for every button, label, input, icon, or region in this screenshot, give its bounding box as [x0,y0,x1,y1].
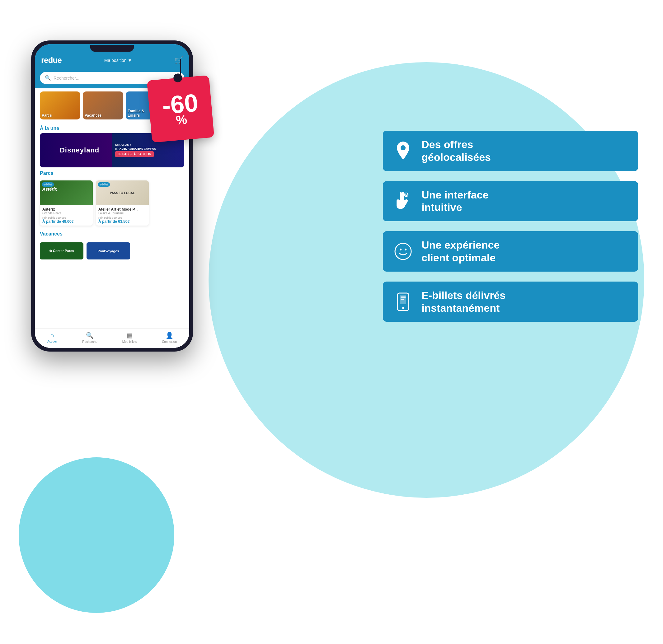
user-icon: 👤 [165,332,173,339]
svg-point-2 [395,243,411,259]
ebillet-badge-asterix: e-billet [42,182,54,187]
hero-logo: Disneyland [60,146,99,154]
feature-ebillets: E-billets délivrés instantanément [383,281,638,322]
feature-ebillets-text: E-billets délivrés instantanément [421,289,506,315]
category-parcs-label: Parcs [42,113,52,118]
svg-point-4 [405,249,406,250]
parc-name-passtolocal: Atelier Art et Mode P... [98,207,146,211]
search-placeholder: Rechercher... [53,76,80,80]
nav-recherche-label: Recherche [82,340,97,343]
feature-geolocalisees: Des offres géolocalisées [383,131,638,171]
feature-experience-text: Une expérience client optimale [421,238,500,264]
phone-notch [90,45,134,52]
nav-accueil[interactable]: ⌂ Accueil [47,332,57,343]
home-icon: ⌂ [50,332,54,339]
category-vacances-label: Vacances [85,113,102,118]
nav-recherche[interactable]: 🔍 Recherche [82,332,97,343]
parc-price-current-asterix: À partir de 49,00€ [42,219,90,224]
tag-hole [173,73,182,83]
feature-geolocalisees-text: Des offres géolocalisées [421,138,491,164]
section-parcs-title: Parcs [35,167,189,178]
smile-icon [392,240,414,262]
parc-category-asterix: Grands Parcs [42,211,90,215]
parc-price-current-passtolocal: À partir de 63,50€ [98,219,146,224]
hero-left: Disneyland [40,133,119,167]
bottom-nav: ⌂ Accueil 🔍 Recherche ▦ Mes billets 👤 Co… [35,328,189,348]
parc-card-asterix[interactable]: e-billet Astérix Astérix Grands Parcs Pr… [40,180,93,226]
centerparcs-text: ⊕ Center Parcs [49,249,74,253]
phone-ticket-icon [392,291,414,313]
centerparcs-logo[interactable]: ⊕ Center Parcs [40,243,83,259]
nav-connexion[interactable]: 👤 Connexion [162,332,177,343]
svg-point-10 [402,307,404,309]
nav-connexion-label: Connexion [162,340,177,343]
ticket-icon: ▦ [127,332,133,339]
background-circle-small [19,457,174,613]
nav-billets-label: Mes billets [122,340,137,343]
discount-tag: -60 % [149,59,212,140]
features-panel: Des offres géolocalisées Une interface i… [383,131,638,332]
vacances-section: ⊕ Center Parcs PontVoyages [35,238,189,259]
parc-card-passtolocal[interactable]: e-billet PASS TO LOCAL Atelier Art et Mo… [96,180,149,226]
pontvoyages-text: PontVoyages [98,249,119,253]
feature-interface-text: Une interface intuitive [421,188,488,214]
tag-body: -60 % [147,75,215,143]
feature-experience: Une expérience client optimale [383,231,638,272]
hero-promo-label: MARVEL AVENGERS CAMPUS [115,147,156,151]
parc-info-passtolocal: Atelier Art et Mode P... Loisirs & Touri… [96,205,149,226]
hero-new-label: NOUVEAU ! [115,143,131,146]
parc-category-passtolocal: Loisirs & Tourisme [98,211,146,215]
parc-img-passtolocal: e-billet PASS TO LOCAL [96,180,149,205]
category-parcs[interactable]: Parcs [40,91,80,119]
parcs-grid: e-billet Astérix Astérix Grands Parcs Pr… [35,178,189,228]
category-famille-label: Famille &Loisirs [128,109,144,118]
parc-price-original-asterix: Prix public : 59,00€ [42,216,90,219]
search-icon: 🔍 [45,75,51,81]
parc-img-asterix: e-billet Astérix [40,180,93,205]
parc-info-asterix: Astérix Grands Parcs Prix public : 59,00… [40,205,93,226]
scene: redue Ma position ▼ 🛒 🔍 Rechercher... Pa… [0,0,663,644]
svg-point-3 [400,249,401,250]
pontvoyages-logo[interactable]: PontVoyages [87,243,130,259]
category-vacances[interactable]: Vacances [83,91,123,119]
search-nav-icon: 🔍 [86,332,94,339]
nav-billets[interactable]: ▦ Mes billets [122,332,137,343]
discount-percent: % [176,113,188,126]
hero-cta-badge[interactable]: JE PASSE À L'ACTION [115,151,154,157]
section-vacances-title: Vacances [35,228,189,238]
nav-accueil-label: Accueil [47,340,57,343]
asterix-logo-text: Astérix [42,187,57,192]
feature-interface: Une interface intuitive [383,181,638,222]
passtolocal-logo: PASS TO LOCAL [110,191,135,195]
parc-price-original-passtolocal: Prix public : 69,00€ [98,216,146,219]
location-indicator: Ma position ▼ [104,58,132,63]
location-pin-icon [392,140,414,162]
ebillet-badge-passtolocal: e-billet [98,182,110,187]
svg-point-0 [401,145,405,150]
vacances-logos: ⊕ Center Parcs PontVoyages [40,243,184,259]
app-logo: redue [41,55,62,65]
touch-icon [392,190,414,212]
parc-name-asterix: Astérix [42,207,90,211]
